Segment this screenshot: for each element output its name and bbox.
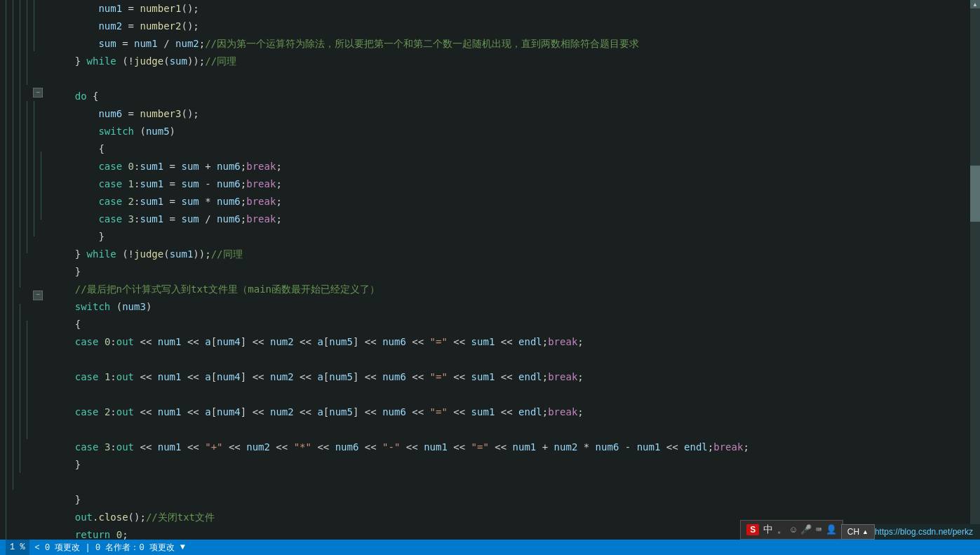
scroll-up-arrow[interactable]: ▲ (970, 0, 980, 8)
statusbar-left: 1 % < 0 项更改 | 0 名作者：0 项更改 ▼ (6, 540, 185, 555)
sidebar-line-case1 (0, 168, 46, 185)
sidebar-line-case2 (0, 185, 46, 202)
sidebar-line-brace1 (0, 135, 46, 152)
sidebar-line-out3 (0, 422, 46, 439)
ime-zhong-label: 中 (763, 523, 773, 536)
scroll-thumb[interactable] (970, 166, 980, 222)
ime-logo: S (746, 524, 759, 535)
sidebar-line-blank5 (0, 455, 46, 472)
sidebar-line-while2 (0, 236, 46, 253)
editor-container: − (0, 0, 980, 555)
changes-text: < 0 项更改 | 0 名作者：0 项更改 (35, 542, 175, 554)
fold-switch-button[interactable]: − (33, 290, 43, 300)
ch-arrow-icon: ▲ (862, 528, 868, 535)
sidebar-line-outclose (0, 489, 46, 506)
ime-dot-icon: 。 (777, 523, 786, 536)
sidebar-line-1 (0, 0, 46, 17)
sidebar-line-4 (0, 51, 46, 67)
scroll-track[interactable] (970, 8, 980, 531)
ch-button[interactable]: CH ▲ (841, 524, 875, 540)
sidebar-line-return (0, 506, 46, 523)
scroll-arrow[interactable]: ▼ (180, 542, 185, 552)
sidebar-line-case3 (0, 202, 46, 219)
sidebar-line-cb3 (0, 439, 46, 455)
code-pre: num1 = number1(); num2 = number2(); sum … (51, 0, 965, 540)
sidebar-line-2 (0, 17, 46, 34)
ch-label: CH (847, 527, 859, 537)
sidebar-line-final (0, 523, 46, 540)
sidebar-line-blank4 (0, 405, 46, 422)
sidebar-fold-do[interactable]: − (0, 84, 46, 101)
zoom-level[interactable]: 1 % (6, 540, 29, 555)
sidebar-line-case0 (0, 152, 46, 168)
sidebar-line-out0 (0, 321, 46, 337)
sidebar-line-3 (0, 34, 46, 51)
fold-do-button[interactable]: − (33, 88, 43, 98)
left-sidebar: − (0, 0, 46, 540)
sidebar-line-switch (0, 118, 46, 135)
ime-face-icon: ☺ (791, 525, 796, 535)
sidebar-line-cb4 (0, 472, 46, 489)
sidebar-fold-switch[interactable]: − (0, 287, 46, 304)
sidebar-line-out1 (0, 354, 46, 371)
ime-person-icon: 👤 (826, 524, 837, 535)
sidebar-line-cb2 (0, 253, 46, 269)
sidebar-line-out2 (0, 388, 46, 405)
ime-keyboard-icon: ⌨ (816, 524, 821, 535)
sidebar-line-brace2 (0, 304, 46, 321)
sidebar-line-blank3 (0, 371, 46, 388)
vertical-scrollbar[interactable]: ▲ ▼ (970, 0, 980, 540)
sidebar-line-comment (0, 270, 46, 287)
sidebar-line-num6 (0, 101, 46, 118)
sidebar-line-blank2 (0, 337, 46, 354)
statusbar: 1 % < 0 项更改 | 0 名作者：0 项更改 ▼ (0, 540, 980, 555)
sidebar-line-cb1 (0, 219, 46, 236)
code-area: − (0, 0, 980, 540)
sidebar-line-blank (0, 67, 46, 84)
blog-url: https://blog.csdn.net/perkz (868, 524, 980, 540)
ime-toolbar: S 中 。 ☺ 🎤 ⌨ 👤 (740, 520, 843, 540)
ime-mic-icon: 🎤 (800, 524, 812, 535)
code-content[interactable]: num1 = number1(); num2 = number2(); sum … (46, 0, 970, 540)
